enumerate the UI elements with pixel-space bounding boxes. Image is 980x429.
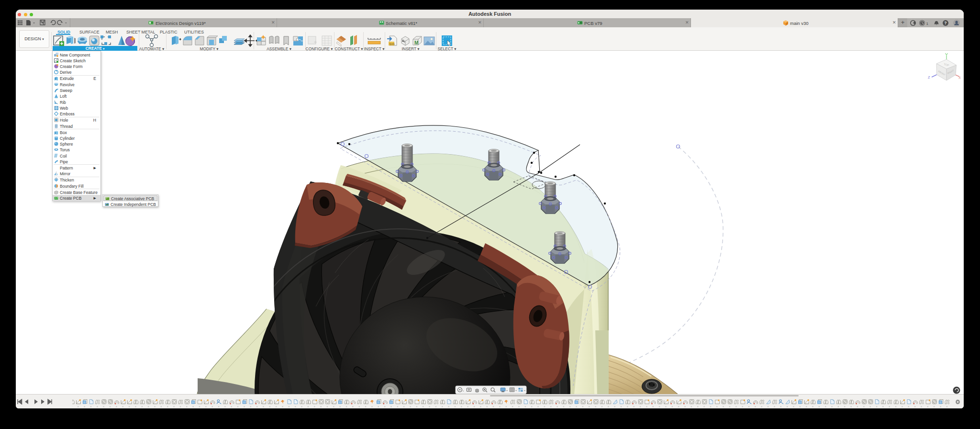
svg-text:X: X	[958, 76, 961, 80]
svg-text:Z: Z	[928, 75, 930, 79]
